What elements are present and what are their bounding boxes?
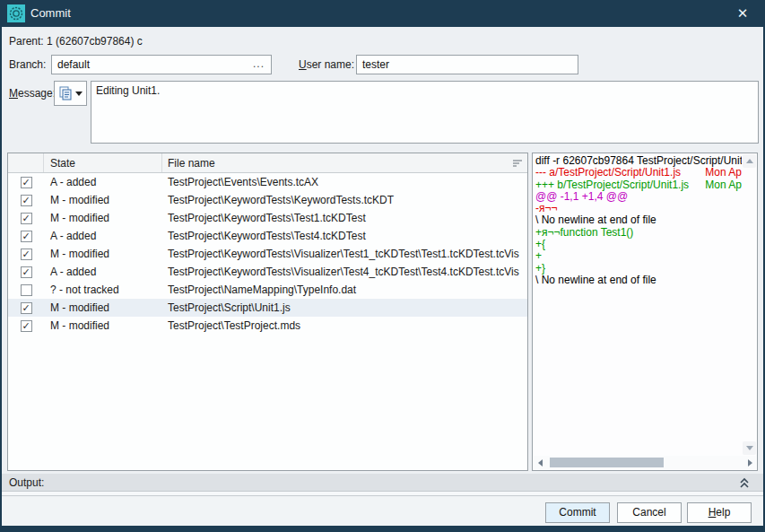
cancel-button[interactable]: Cancel [617,502,682,523]
dropdown-arrow-icon [75,92,83,96]
file-state: M - modified [44,248,162,260]
app-icon [7,4,25,22]
branch-combo[interactable]: default ... [51,55,272,74]
header-state-column[interactable]: State [44,153,162,172]
file-checkbox[interactable] [21,302,32,314]
collapse-output-icon[interactable] [738,476,751,489]
branch-label: Branch: [9,58,46,71]
file-state: M - modified [44,194,162,206]
output-label: Output: [9,476,44,489]
diff-horizontal-scrollbar[interactable] [534,456,756,469]
message-history-button[interactable] [54,81,87,106]
file-checkbox[interactable] [21,266,32,278]
file-list-panel: State File name A - addedTestProject\Eve… [7,153,528,471]
diff-line: \ No newline at end of file [535,275,742,286]
file-name: TestProject\KeywordTests\Visualizer\Test… [162,266,527,278]
header-checkbox-column[interactable] [8,153,44,172]
diff-line: + [535,250,742,262]
branch-value: default [57,58,90,71]
diff-line: diff -r 62607cb97864 TestProject/Script/… [535,155,742,167]
header-filename-column[interactable]: File name [162,153,527,172]
file-name: TestProject\KeywordTests\Visualizer\Test… [162,248,527,260]
file-name: TestProject\KeywordTests\Test4.tcKDTest [162,230,527,242]
parent-value: 1 (62607cb97864) c [47,35,143,48]
output-bar: Output: [2,474,763,492]
file-row[interactable]: ? - not trackedTestProject\NameMapping\T… [8,281,527,299]
close-icon[interactable]: ✕ [729,3,756,24]
window-title: Commit [30,6,71,20]
file-state: A - added [44,266,162,278]
file-name: TestProject\KeywordTests\Test1.tcKDTest [162,212,527,224]
scroll-left-icon[interactable] [534,456,546,469]
file-row[interactable]: M - modifiedTestProject\TestProject.mds [8,317,527,335]
file-row[interactable]: A - addedTestProject\KeywordTests\Test4.… [8,227,527,245]
file-name: TestProject\Script\Unit1.js [162,301,527,314]
file-name: TestProject\TestProject.mds [162,319,527,332]
user-name-label: User name: [299,58,354,71]
diff-line: --- a/TestProject/Script/Unit1.jsMon Ap [535,167,742,179]
paste-icon [59,86,73,100]
diff-line-timestamp: Mon Ap [705,167,742,179]
file-row[interactable]: A - addedTestProject\Events\Events.tcAX [8,173,527,191]
title-bar: Commit ✕ [0,0,765,27]
diff-line: -я¬¬ [535,203,742,214]
output-log [2,492,763,496]
column-menu-icon[interactable] [511,157,524,170]
diff-line: +} [535,263,742,275]
diff-line: @@ -1,1 +1,4 @@ [535,191,742,203]
help-button[interactable]: Help [687,502,752,523]
button-bar: Commit Cancel Help [2,497,763,526]
diff-line: +я¬¬function Test1() [535,227,742,239]
file-state: A - added [44,176,162,188]
file-row[interactable]: A - addedTestProject\KeywordTests\Visual… [8,263,527,281]
file-state: A - added [44,230,162,242]
file-row[interactable]: M - modifiedTestProject\KeywordTests\Tes… [8,209,527,227]
file-row[interactable]: M - modifiedTestProject\Script\Unit1.js [8,299,527,317]
file-rows: A - addedTestProject\Events\Events.tcAXM… [8,173,527,335]
file-checkbox[interactable] [21,213,32,224]
file-checkbox[interactable] [21,177,32,188]
diff-vertical-scrollbar[interactable] [743,154,756,455]
commit-dialog: Commit ✕ Parent: 1 (62607cb97864) c Bran… [0,0,765,532]
file-name: TestProject\Events\Events.tcAX [162,176,527,188]
scroll-right-icon[interactable] [743,456,756,469]
file-state: M - modified [44,301,162,314]
file-state: M - modified [44,212,162,224]
scroll-up-icon[interactable] [743,154,756,168]
parent-label: Parent: 1 (62607cb97864) c [9,35,143,48]
file-row[interactable]: M - modifiedTestProject\KeywordTests\Vis… [8,245,527,263]
horizontal-scroll-thumb[interactable] [550,458,664,467]
file-checkbox[interactable] [21,320,32,332]
file-table-header: State File name [8,153,527,173]
branch-more-button[interactable]: ... [253,57,265,70]
scroll-down-icon[interactable] [743,441,756,455]
commit-message-input[interactable]: Editing Unit1. [91,81,759,144]
diff-panel: diff -r 62607cb97864 TestProject/Script/… [532,153,758,471]
user-name-input[interactable]: tester [356,55,578,74]
file-name: TestProject\KeywordTests\KeywordTests.tc… [162,194,527,206]
file-checkbox[interactable] [21,195,32,206]
user-name-value: tester [362,58,389,71]
file-checkbox[interactable] [21,284,32,296]
file-name: TestProject\NameMapping\TypeInfo.dat [162,283,527,296]
diff-line: \ No newline at end of file [535,214,742,226]
diff-line: +++ b/TestProject/Script/Unit1.jsMon Ap [535,179,742,191]
file-checkbox[interactable] [21,249,32,260]
file-checkbox[interactable] [21,231,32,242]
commit-button[interactable]: Commit [545,502,610,523]
diff-text: diff -r 62607cb97864 TestProject/Script/… [535,155,742,454]
diff-line-timestamp: Mon Ap [705,179,742,191]
message-label: Message: [9,87,56,100]
file-state: ? - not tracked [44,283,162,296]
file-state: M - modified [44,319,162,332]
file-row[interactable]: M - modifiedTestProject\KeywordTests\Key… [8,191,527,209]
diff-line: +{ [535,239,742,250]
